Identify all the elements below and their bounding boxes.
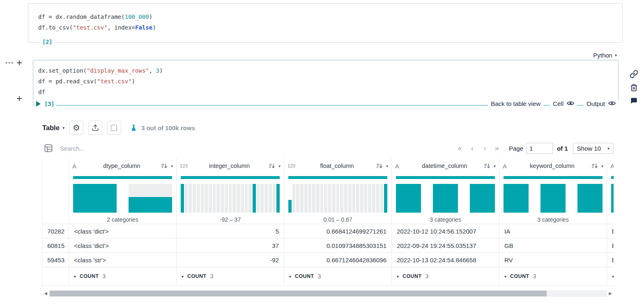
trash-icon[interactable]: [630, 84, 638, 92]
column-color-strip: [181, 176, 280, 179]
select-region-button[interactable]: [107, 121, 121, 135]
column-menu-caret[interactable]: ▾: [278, 164, 281, 168]
cell-more-actions-button[interactable]: ⋯: [5, 58, 14, 68]
histogram-slot: [241, 184, 244, 213]
sort-icon[interactable]: [269, 163, 276, 169]
column-type-icon: A: [503, 163, 513, 170]
column-menu-caret[interactable]: ▾: [494, 164, 496, 168]
code-cell-1[interactable]: df = dx.random_dataframe(100_000)df.to_c…: [28, 3, 623, 43]
column-header[interactable]: Adatetime_column▾: [392, 158, 499, 174]
aggregation-selector[interactable]: ▾COUNT3: [177, 267, 284, 285]
column-visibility-icon[interactable]: [44, 144, 53, 152]
table-cell: GB: [499, 238, 607, 252]
histogram-bar: [332, 184, 336, 213]
page-number-input[interactable]: [527, 143, 553, 154]
run-cell-button[interactable]: [34, 101, 42, 107]
histogram-bar: [225, 184, 228, 213]
eye-icon: [608, 100, 616, 107]
aggregation-selector[interactable]: ▾COUNT3: [499, 267, 607, 285]
histogram-bar: [312, 184, 315, 213]
histogram-slot: [264, 184, 268, 213]
aggregation-label: COUNT: [510, 273, 529, 279]
column-header[interactable]: 123float_column▾: [284, 158, 392, 174]
histogram-slot: [312, 184, 315, 213]
histogram-slot: [225, 184, 228, 213]
scroll-left-arrow[interactable]: ◀: [42, 290, 49, 297]
column-menu-caret[interactable]: ▾: [171, 164, 173, 168]
chevron-down-icon: ▾: [182, 274, 184, 279]
column-menu-caret[interactable]: ▾: [386, 164, 388, 168]
column-summary: 3 categories: [392, 174, 499, 224]
comment-icon[interactable]: [630, 97, 638, 105]
histogram-bar: [193, 184, 196, 213]
histogram-bar: [181, 184, 184, 213]
export-button[interactable]: [88, 121, 102, 135]
histogram-bar: [320, 184, 324, 213]
next-page-button[interactable]: ›: [478, 144, 491, 153]
histogram-bar: [248, 184, 252, 213]
sort-icon[interactable]: [161, 163, 168, 169]
view-type-dropdown[interactable]: Table ▾: [42, 124, 64, 132]
histogram-slot: [213, 184, 216, 213]
scrollbar-thumb[interactable]: [50, 291, 547, 296]
eye-icon: [567, 100, 574, 107]
histogram-bar: [292, 184, 296, 213]
column-histogram: [396, 184, 495, 213]
table-row: 60815<class 'dict'>370.01097348853031512…: [43, 238, 614, 252]
column-summary: 0.01 – 0.67: [284, 174, 392, 224]
first-page-button[interactable]: «: [454, 144, 466, 153]
histogram-bar: [372, 184, 375, 213]
language-selector[interactable]: Python ▾: [593, 52, 617, 59]
aggregation-label: COUNT: [187, 273, 206, 279]
scroll-right-arrow[interactable]: ▶: [607, 290, 614, 297]
link-icon[interactable]: [630, 70, 638, 78]
table-cell: IA: [499, 224, 607, 238]
column-header[interactable]: Adtype_column▾: [69, 158, 177, 174]
row-index-footer-cell: [43, 267, 69, 285]
add-cell-below-button[interactable]: +: [16, 93, 22, 104]
histogram-slot: [396, 184, 421, 213]
scrollbar-track[interactable]: [49, 290, 607, 297]
histogram-slot: [540, 184, 566, 213]
column-header[interactable]: Akeyword_column▾: [499, 158, 607, 174]
search-input[interactable]: [60, 145, 232, 152]
sort-icon[interactable]: [377, 163, 383, 169]
code-cell-2[interactable]: dx.set_option("display_max_rows", 3)df =…: [33, 60, 619, 105]
output-visibility-toggle[interactable]: Output: [584, 100, 619, 107]
histogram-bar: [328, 184, 331, 213]
sort-icon[interactable]: [484, 163, 491, 169]
column-header[interactable]: 123integer_column▾: [177, 158, 284, 174]
last-page-button[interactable]: »: [491, 144, 503, 153]
language-label: Python: [593, 52, 612, 59]
histogram-slot: [340, 184, 343, 213]
histogram-bar: [257, 184, 260, 213]
code-editor-cell-2[interactable]: dx.set_option("display_max_rows", 3)df =…: [38, 65, 613, 97]
column-menu-caret[interactable]: ▾: [601, 164, 603, 168]
column-header[interactable]: A▾: [607, 158, 614, 174]
aggregation-selector[interactable]: ▾COUNT3: [607, 267, 614, 285]
histogram-bar: [197, 184, 200, 213]
histogram-slot: [216, 184, 220, 213]
prev-page-button[interactable]: ‹: [466, 144, 478, 153]
histogram-slot: [229, 184, 232, 213]
data-table: Adtype_column▾123integer_column▾123float…: [42, 158, 614, 287]
aggregation-selector[interactable]: ▾COUNT3: [392, 267, 499, 285]
settings-button[interactable]: ⚙: [69, 121, 83, 135]
histogram-bar: [368, 184, 371, 213]
rows-per-page-select[interactable]: Show 10 ▾: [573, 143, 614, 154]
table-cell: 0.0109734885303151: [284, 238, 392, 252]
horizontal-scrollbar[interactable]: ◀ ▶: [42, 290, 614, 297]
histogram-slot: [237, 184, 240, 213]
aggregation-selector[interactable]: ▾COUNT3: [284, 267, 392, 285]
sort-icon[interactable]: [592, 163, 598, 169]
code-editor-cell-1[interactable]: df = dx.random_dataframe(100_000)df.to_c…: [38, 11, 612, 33]
execution-count-cell-2: [3]: [42, 101, 56, 107]
cell-visibility-toggle[interactable]: Cell: [550, 100, 577, 107]
back-to-table-view-link[interactable]: Back to table view: [488, 100, 543, 107]
chevron-down-icon: ▾: [62, 126, 64, 130]
histogram-bar: [237, 184, 240, 213]
add-cell-above-button[interactable]: +: [16, 57, 22, 69]
aggregation-selector[interactable]: ▾COUNT3: [69, 267, 177, 285]
row-index-cell: 70282: [43, 224, 69, 238]
column-name: float_column: [297, 163, 377, 169]
